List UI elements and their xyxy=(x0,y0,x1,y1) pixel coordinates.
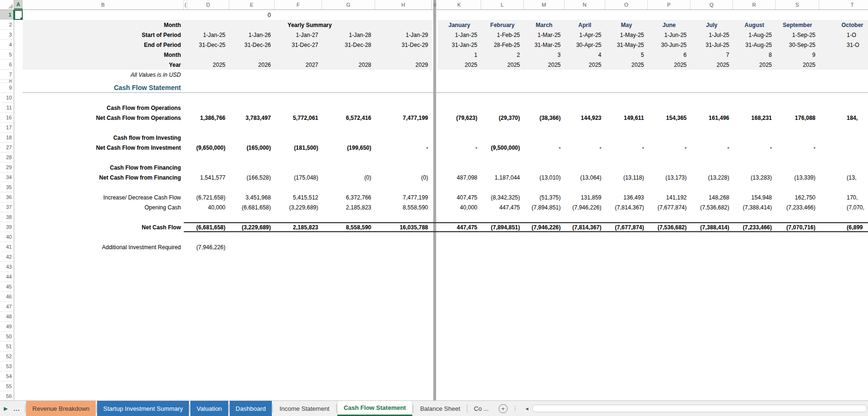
cell-H50[interactable] xyxy=(375,332,432,342)
cell-Q35[interactable] xyxy=(690,182,733,192)
cell-N28[interactable] xyxy=(564,153,605,163)
cell-O53[interactable] xyxy=(605,362,648,371)
cell-F1[interactable] xyxy=(275,10,322,20)
cell-B10[interactable] xyxy=(23,93,184,103)
cell-R49[interactable] xyxy=(733,322,776,332)
column-header-F[interactable]: F xyxy=(275,0,322,9)
cell-N48[interactable] xyxy=(564,312,605,322)
cell-H52[interactable] xyxy=(375,352,432,362)
cell-D52[interactable] xyxy=(188,352,229,362)
cell-C54[interactable] xyxy=(184,371,188,381)
cell-O18[interactable] xyxy=(605,133,648,143)
cell-B43[interactable] xyxy=(23,262,184,272)
cell-G6[interactable]: 2028 xyxy=(322,60,375,70)
cell-N8[interactable] xyxy=(564,80,605,83)
cell-K16[interactable]: (79,623) xyxy=(438,113,481,123)
cell-L11[interactable] xyxy=(481,103,524,113)
cell-O16[interactable]: 149,611 xyxy=(605,113,648,123)
cell-Q53[interactable] xyxy=(690,362,733,371)
cell-E39[interactable]: (3,229,689) xyxy=(229,222,275,232)
sheet-tab-revenue-breakdown[interactable]: Revenue Breakdown xyxy=(26,401,96,416)
cell-P51[interactable] xyxy=(648,342,690,352)
cell-D4[interactable]: 31-Dec-25 xyxy=(188,40,229,50)
cell-O51[interactable] xyxy=(605,342,648,352)
cell-Q46[interactable] xyxy=(690,292,733,302)
cell-P17[interactable] xyxy=(648,123,690,133)
cell-K36[interactable]: 407,475 xyxy=(438,192,481,202)
cell-P55[interactable] xyxy=(648,381,690,391)
cell-F53[interactable] xyxy=(275,362,322,371)
cell-H49[interactable] xyxy=(375,322,432,332)
cell-S6[interactable]: 2025 xyxy=(776,60,819,70)
cell-D36[interactable]: (6,721,658) xyxy=(188,192,229,202)
row-header-56[interactable]: 56 xyxy=(0,391,14,400)
cell-O42[interactable] xyxy=(605,252,648,262)
row-header-2[interactable]: 2 xyxy=(0,20,14,30)
row-header-1[interactable]: 1 xyxy=(0,10,14,20)
cell-D9[interactable] xyxy=(188,83,229,93)
cell-E34[interactable]: (166,528) xyxy=(229,172,275,182)
pane-split[interactable] xyxy=(432,202,438,212)
cell-B7[interactable]: All Values is in USD xyxy=(23,70,184,80)
cell-O45[interactable] xyxy=(605,282,648,292)
scroll-left-icon[interactable]: ◄ xyxy=(522,406,532,411)
cell-D17[interactable] xyxy=(188,123,229,133)
sheet-tab-balance-sheet[interactable]: Balance Sheet xyxy=(414,401,466,416)
cell-K42[interactable] xyxy=(438,252,481,262)
cell-T16[interactable]: 184, xyxy=(819,113,868,123)
cell-C2[interactable] xyxy=(184,20,188,30)
cell-K41[interactable] xyxy=(438,242,481,252)
cell-F5[interactable] xyxy=(275,50,322,60)
cell-M9[interactable] xyxy=(524,83,564,93)
cell-G39[interactable]: 8,558,590 xyxy=(322,222,375,232)
cell-D39[interactable]: (6,681,658) xyxy=(188,222,229,232)
cell-S16[interactable]: 176,088 xyxy=(776,113,819,123)
cell-O54[interactable] xyxy=(605,371,648,381)
row-header-11[interactable]: 11 xyxy=(0,103,14,113)
cell-C17[interactable] xyxy=(184,123,188,133)
cell-P40[interactable] xyxy=(648,232,690,242)
sheet-tab-income-statement[interactable]: Income Statement xyxy=(273,401,336,416)
sheet-tab-co[interactable]: Co ... xyxy=(468,401,495,416)
cell-S9[interactable] xyxy=(776,83,819,93)
cell-F10[interactable] xyxy=(275,93,322,103)
row-header-48[interactable]: 48 xyxy=(0,312,14,322)
cell-F52[interactable] xyxy=(275,352,322,362)
cell-L1[interactable] xyxy=(481,10,524,20)
cell-E29[interactable] xyxy=(229,163,275,172)
cell-M38[interactable] xyxy=(524,212,564,222)
cell-T47[interactable] xyxy=(819,302,868,312)
cell-E8[interactable] xyxy=(229,80,275,83)
row-header-55[interactable]: 55 xyxy=(0,381,14,391)
cell-A28[interactable] xyxy=(14,153,23,163)
cell-H1[interactable] xyxy=(375,10,432,20)
cell-H10[interactable] xyxy=(375,93,432,103)
cell-O28[interactable] xyxy=(605,153,648,163)
cell-B49[interactable] xyxy=(23,322,184,332)
cell-M10[interactable] xyxy=(524,93,564,103)
cell-B5[interactable]: Month xyxy=(23,50,184,60)
cell-M7[interactable] xyxy=(524,70,564,80)
cell-H54[interactable] xyxy=(375,371,432,381)
cell-E44[interactable] xyxy=(229,272,275,282)
cell-L5[interactable]: 2 xyxy=(481,50,524,60)
cell-S48[interactable] xyxy=(776,312,819,322)
cell-N1[interactable] xyxy=(564,10,605,20)
cell-O11[interactable] xyxy=(605,103,648,113)
cell-K4[interactable]: 31-Jan-25 xyxy=(438,40,481,50)
cell-O38[interactable] xyxy=(605,212,648,222)
pane-split[interactable] xyxy=(432,352,438,362)
cell-D16[interactable]: 1,386,766 xyxy=(188,113,229,123)
cell-F45[interactable] xyxy=(275,282,322,292)
cell-R41[interactable] xyxy=(733,242,776,252)
cell-F44[interactable] xyxy=(275,272,322,282)
cell-L37[interactable]: 447,475 xyxy=(481,202,524,212)
cell-A43[interactable] xyxy=(14,262,23,272)
cell-T51[interactable] xyxy=(819,342,868,352)
cell-P56[interactable] xyxy=(648,391,690,400)
cell-B53[interactable] xyxy=(23,362,184,371)
cell-F34[interactable]: (175,048) xyxy=(275,172,322,182)
row-header-7[interactable]: 7 xyxy=(0,70,14,80)
cell-E1[interactable]: 0 xyxy=(229,10,275,20)
cell-N56[interactable] xyxy=(564,391,605,400)
